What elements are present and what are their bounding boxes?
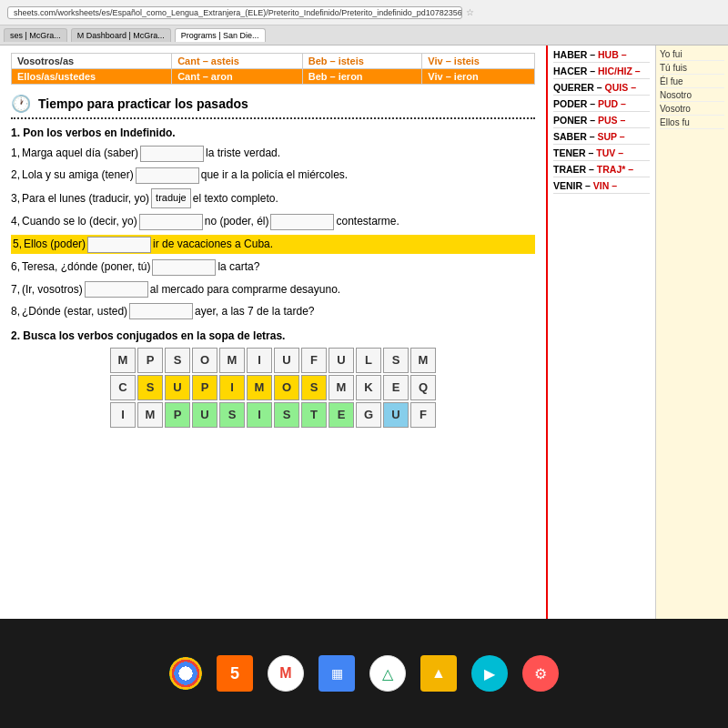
ex3-post: el texto completo. [193,190,278,207]
star-icon[interactable]: ☆ [466,7,474,17]
conjugation-table: Vosotros/as Cant – asteis Beb – isteis V… [11,53,535,85]
ex6-post: la carta? [217,258,259,276]
ex5-num: 5, [13,236,22,253]
gmail-label: M [279,665,291,682]
ws-cell: Q [410,375,436,400]
settings-icon[interactable]: ⚙ [522,655,559,692]
browser-bar: sheets.com/worksheets/es/Español_como_Le… [0,0,728,25]
ex8-pre: ¿Dónde (estar, usted) [22,303,127,320]
drive-icon[interactable]: △ [369,655,406,692]
ws-row-2: C S U P I M O S M K E Q [11,375,535,400]
tab-bar: ses | McGra... M Dashboard | McGra... Pr… [0,25,728,46]
ex4-input2[interactable] [270,214,334,230]
ex4-input1[interactable] [139,214,203,230]
pronoun-vosotros: Vosotros/as [12,54,172,69]
ws-cell: O [274,375,299,400]
exercise-line-1: 1, Marga aquel día (saber) la triste ver… [11,145,535,162]
slides-icon[interactable]: ▲ [420,655,457,692]
ex8-input[interactable] [129,303,193,319]
viv-ellos: Viv – ieron [422,69,535,85]
ws-cell: E [329,402,354,428]
ex4-mid: no (poder, él) [205,213,269,230]
ws-cell: S [301,375,327,400]
splashtop-icon[interactable]: 5 [217,655,253,692]
ws-cell: T [301,402,327,428]
exercise-line-3: 3, Para el lunes (traducir, yo) traduje … [11,188,535,208]
ex3-filled: traduje [151,188,191,208]
ex1-input[interactable] [140,146,204,162]
word-search: M P S O M I U F U L S M C S U P [11,348,535,428]
ex3-pre: Para el lunes (traducir, yo) [22,190,149,207]
cant-vosotros: Cant – asteis [172,54,303,69]
ws-cell: S [165,348,190,373]
content-area: Vosotros/as Cant – asteis Beb – isteis V… [0,46,728,619]
verb-tener: TENER – TUV – [553,147,650,161]
ws-cell: M [410,348,436,373]
exercise-line-4: 4, Cuando se lo (decir, yo) no (poder, é… [11,213,535,230]
ws-cell: S [219,402,245,428]
ex7-pre: (Ir, vosotros) [22,281,83,298]
ex1-num: 1, [11,145,20,162]
settings-label: ⚙ [534,665,547,682]
play-icon[interactable]: ▶ [471,655,508,692]
ex4-pre: Cuando se lo (decir, yo) [22,213,137,230]
exercise-line-5: 5, Ellos (poder) ir de vacaciones a Cuba… [11,235,535,254]
tab-3[interactable]: Programs | San Die... [175,28,266,42]
ex6-input[interactable] [152,259,216,276]
ws-cell: M [329,375,354,400]
ex5-input[interactable] [87,237,151,253]
ws-cell: P [165,402,190,428]
ws-cell: G [356,402,381,428]
beb-vosotros: Beb – isteis [302,54,422,69]
clock-icon: 🕐 [11,94,31,114]
ws-cell: O [192,348,217,373]
beb-ellos: Beb – ieron [302,69,422,85]
url-bar[interactable]: sheets.com/worksheets/es/Español_como_Le… [7,6,462,19]
ws-cell: I [110,402,136,428]
ser-el: Él fue [660,76,724,88]
files-label: ▦ [331,666,343,681]
ex2-input[interactable] [136,167,199,184]
tab-3-label: Programs | San Die... [181,31,259,40]
ex4-post: contestarme. [336,213,399,230]
exercise-line-7: 7, (Ir, vosotros) al mercado para compra… [11,281,535,298]
ex7-input[interactable] [85,281,148,298]
chrome-icon[interactable] [169,657,202,690]
ws-cell: M [247,375,272,400]
gmail-icon[interactable]: M [268,655,304,692]
tab-1[interactable]: ses | McGra... [4,28,67,42]
ex6-num: 6, [11,258,20,276]
ws-cell: I [247,348,272,373]
ws-row-1: M P S O M I U F U L S M [11,348,535,373]
exercise-line-2: 2, Lola y su amiga (tener) que ir a la p… [11,167,535,184]
ws-cell: M [219,348,245,373]
section-title: Tiempo para practicar los pasados [38,96,248,111]
verb-poder: PODER – PUD – [553,98,650,112]
ws-cell: S [137,375,163,400]
ws-cell: L [356,348,381,373]
ws-cell: U [383,402,409,428]
ws-cell: U [274,348,299,373]
slides-label: ▲ [431,665,446,682]
ser-vosotros: Vosotro [660,104,724,116]
ex6-pre: Teresa, ¿dónde (poner, tú) [22,258,150,276]
ws-cell: F [410,402,436,428]
taskbar: 5 M ▦ △ ▲ ▶ ⚙ [0,619,728,728]
tab-1-label: ses | McGra... [10,31,61,40]
verb-hacer: HACER – HIC/HIZ – [553,66,650,79]
ex3-num: 3, [11,190,20,207]
verb-traer: TRAER – TRAJ* – [553,164,650,177]
table-row-ellos: Ellos/as/ustedes Cant – aron Beb – ieron… [12,69,535,85]
ex2-num: 2, [11,167,20,184]
ser-tu: Tú fuis [660,63,724,75]
tab-2[interactable]: M Dashboard | McGra... [71,28,171,42]
ex7-num: 7, [11,281,20,298]
ws-cell: I [219,375,245,400]
files-icon[interactable]: ▦ [318,655,355,692]
ex1-pre: Marga aquel día (saber) [22,145,138,162]
ex8-num: 8, [11,303,20,320]
ws-cell: K [356,375,381,400]
drive-label: △ [382,665,393,682]
verb-saber: SABER – SUP – [553,131,650,145]
exercise-line-8: 8, ¿Dónde (estar, usted) ayer, a las 7 d… [11,303,535,320]
